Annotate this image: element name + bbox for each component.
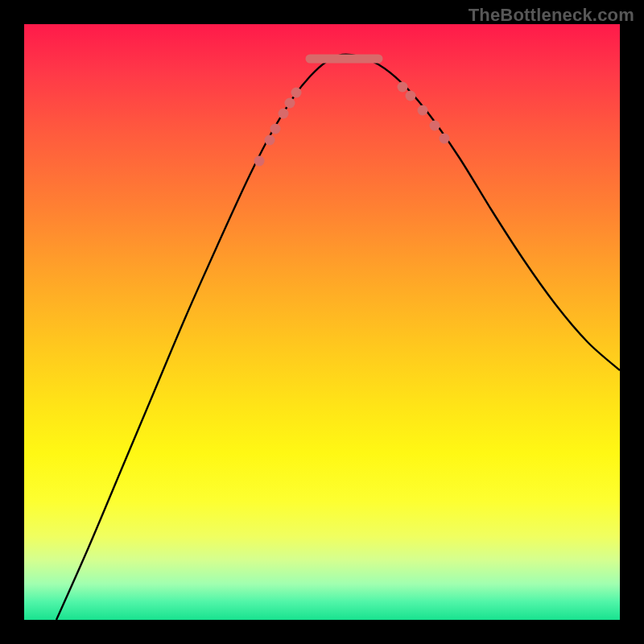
watermark-text: TheBottleneck.com <box>469 5 634 26</box>
highlight-dot <box>285 98 295 109</box>
curve-svg <box>24 24 620 620</box>
bottleneck-curve <box>56 55 620 620</box>
highlight-dot <box>430 121 440 131</box>
chart-container: TheBottleneck.com <box>0 0 644 644</box>
highlight-dot <box>418 105 428 116</box>
highlight-dot <box>254 156 265 167</box>
highlight-dot <box>406 91 416 101</box>
highlight-dot <box>440 134 450 144</box>
highlight-dot <box>279 109 289 119</box>
highlight-dot <box>270 124 281 134</box>
highlight-dot <box>265 135 275 146</box>
highlight-markers <box>254 59 450 167</box>
highlight-dot <box>291 88 302 98</box>
plot-area <box>24 24 620 620</box>
highlight-dot <box>398 82 408 93</box>
